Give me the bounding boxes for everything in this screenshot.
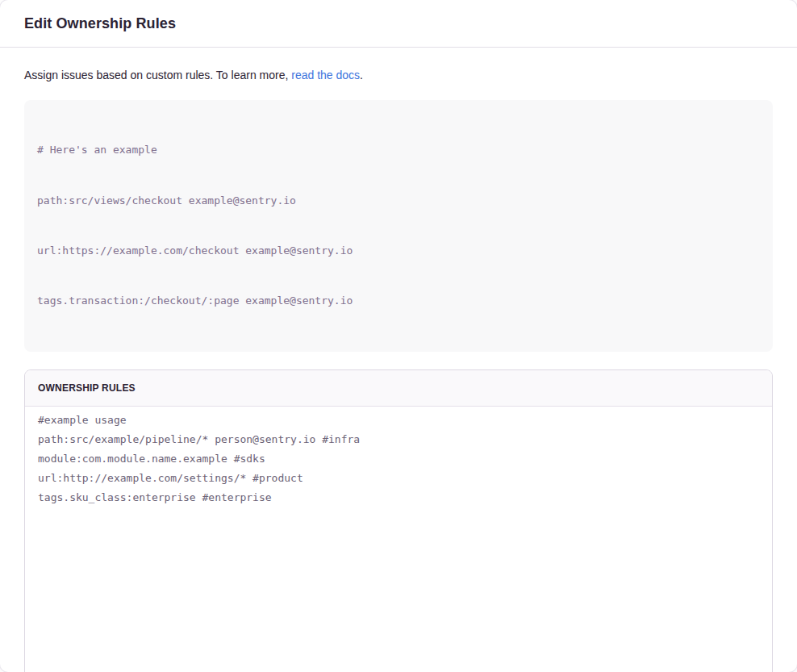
description-text: Assign issues based on custom rules. To … bbox=[24, 69, 291, 81]
example-line: url:https://example.com/checkout example… bbox=[37, 243, 760, 260]
example-line: path:src/views/checkout example@sentry.i… bbox=[37, 193, 760, 210]
example-line: # Here's an example bbox=[37, 142, 760, 159]
ownership-rules-panel: OWNERSHIP RULES #example usage path:src/… bbox=[24, 369, 773, 672]
ownership-rules-panel-header: OWNERSHIP RULES bbox=[25, 370, 772, 407]
modal-title: Edit Ownership Rules bbox=[24, 15, 176, 32]
description: Assign issues based on custom rules. To … bbox=[24, 67, 773, 83]
edit-ownership-rules-modal: Edit Ownership Rules Assign issues based… bbox=[0, 0, 797, 672]
ownership-rules-panel-title: OWNERSHIP RULES bbox=[38, 382, 136, 394]
read-the-docs-link[interactable]: read the docs bbox=[291, 69, 360, 81]
modal-header: Edit Ownership Rules bbox=[0, 0, 797, 48]
modal-body: Assign issues based on custom rules. To … bbox=[0, 48, 797, 672]
description-suffix: . bbox=[360, 69, 363, 81]
example-code-block: # Here's an example path:src/views/check… bbox=[24, 100, 773, 352]
example-line: tags.transaction:/checkout/:page example… bbox=[37, 293, 760, 310]
ownership-rules-textarea[interactable]: #example usage path:src/example/pipeline… bbox=[25, 407, 772, 672]
